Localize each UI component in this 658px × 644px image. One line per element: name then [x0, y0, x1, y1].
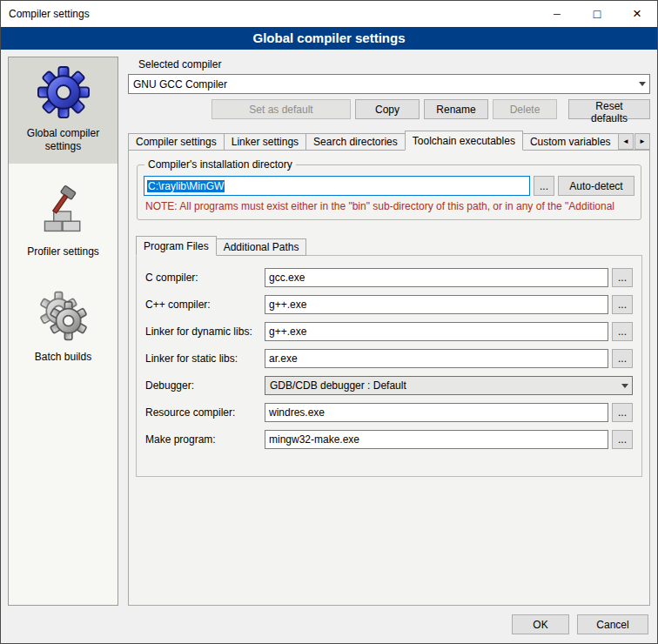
field-label: C compiler:	[145, 272, 265, 284]
profiler-icon	[37, 184, 90, 237]
cancel-button[interactable]: Cancel	[577, 614, 648, 634]
selected-compiler-label: Selected compiler	[138, 58, 650, 70]
toolchain-executables-page: Compiler's installation directory C:\ray…	[128, 150, 650, 606]
cpp-compiler-browse-button[interactable]: ...	[612, 295, 633, 314]
main-panel: Selected compiler GNU GCC Compiler Set a…	[128, 57, 650, 606]
field-row-static-linker: Linker for static libs: ...	[145, 349, 633, 368]
static-linker-input[interactable]	[265, 349, 608, 368]
install-dir-value: C:\raylib\MinGW	[147, 180, 225, 192]
installation-directory-row: C:\raylib\MinGW ... Auto-detect	[144, 176, 634, 196]
rename-button[interactable]: Rename	[424, 99, 488, 119]
delete-button[interactable]: Delete	[493, 99, 557, 119]
program-files-page: C compiler: ... C++ compiler: ... Linker…	[136, 255, 642, 477]
dynamic-linker-browse-button[interactable]: ...	[612, 322, 633, 341]
batch-builds-icon	[37, 290, 90, 342]
selected-compiler-select[interactable]: GNU GCC Compiler	[128, 74, 650, 94]
make-program-browse-button[interactable]: ...	[612, 430, 633, 449]
field-row-resource-compiler: Resource compiler: ...	[145, 403, 633, 422]
field-label: Make program:	[145, 433, 265, 446]
install-dir-input[interactable]: C:\raylib\MinGW	[144, 176, 530, 196]
compiler-settings-dialog: Compiler settings ─ □ × Global compiler …	[0, 0, 658, 644]
field-label: Debugger:	[145, 379, 265, 392]
installation-directory-title: Compiler's installation directory	[144, 158, 296, 171]
dialog-banner-title: Global compiler settings	[1, 27, 657, 50]
titlebar[interactable]: Compiler settings ─ □ ×	[1, 1, 657, 27]
settings-tabbar: Compiler settings Linker settings Search…	[128, 131, 650, 151]
resource-compiler-browse-button[interactable]: ...	[612, 403, 633, 422]
cpp-compiler-input[interactable]	[265, 295, 608, 314]
chevron-down-icon	[617, 377, 632, 394]
field-row-debugger: Debugger: GDB/CDB debugger : Default	[145, 376, 633, 395]
field-label: Linker for dynamic libs:	[145, 325, 265, 338]
ok-button[interactable]: OK	[512, 614, 569, 634]
tab-custom-variables[interactable]: Custom variables	[522, 133, 619, 151]
program-files-tab-control: Program Files Additional Paths C compile…	[136, 236, 642, 477]
sidebar-item-label: Profiler settings	[27, 245, 99, 258]
sidebar-item-label: Global compiler settings	[12, 127, 114, 153]
inner-tabbar: Program Files Additional Paths	[136, 236, 642, 256]
reset-defaults-button[interactable]: Reset defaults	[568, 99, 650, 119]
dynamic-linker-input[interactable]	[265, 322, 608, 341]
sidebar-item-label: Batch builds	[35, 351, 91, 364]
sidebar-item-batch-builds[interactable]: Batch builds	[9, 281, 118, 374]
debugger-select[interactable]: GDB/CDB debugger : Default	[265, 376, 633, 395]
tab-scroll-arrows: ◄ ►	[618, 133, 650, 150]
field-row-cpp-compiler: C++ compiler: ...	[145, 295, 633, 314]
minimize-button[interactable]: ─	[537, 1, 577, 27]
installation-directory-groupbox: Compiler's installation directory C:\ray…	[137, 164, 641, 220]
chevron-down-icon	[634, 75, 649, 93]
debugger-value: GDB/CDB debugger : Default	[270, 379, 617, 392]
tab-linker-settings[interactable]: Linker settings	[224, 133, 306, 151]
tab-scroll-left-icon[interactable]: ◄	[618, 133, 634, 150]
c-compiler-input[interactable]	[265, 268, 608, 287]
sidebar-item-global-compiler-settings[interactable]: Global compiler settings	[9, 57, 118, 164]
window-title: Compiler settings	[1, 8, 90, 20]
field-row-make-program: Make program: ...	[145, 430, 633, 449]
field-row-c-compiler: C compiler: ...	[145, 268, 633, 287]
field-row-dynamic-linker: Linker for dynamic libs: ...	[145, 322, 633, 341]
sidebar-item-profiler-settings[interactable]: Profiler settings	[9, 176, 118, 269]
settings-sidebar: Global compiler settings	[8, 57, 118, 606]
copy-button[interactable]: Copy	[355, 99, 420, 119]
compiler-buttons-row: Set as default Copy Rename Delete Reset …	[128, 99, 650, 119]
maximize-button[interactable]: □	[577, 1, 617, 27]
field-label: C++ compiler:	[145, 299, 265, 311]
resource-compiler-input[interactable]	[265, 403, 608, 422]
window-controls: ─ □ ×	[537, 1, 657, 27]
tab-scroll-right-icon[interactable]: ►	[634, 133, 650, 150]
static-linker-browse-button[interactable]: ...	[612, 349, 633, 368]
note-text: NOTE: All programs must exist either in …	[145, 200, 633, 212]
tab-search-directories[interactable]: Search directories	[306, 133, 406, 151]
c-compiler-browse-button[interactable]: ...	[612, 268, 633, 287]
make-program-input[interactable]	[265, 430, 608, 449]
blue-gear-icon	[37, 66, 90, 118]
autodetect-button[interactable]: Auto-detect	[558, 176, 634, 196]
tab-additional-paths[interactable]: Additional Paths	[216, 238, 307, 256]
set-as-default-button[interactable]: Set as default	[212, 99, 351, 119]
close-button[interactable]: ×	[617, 1, 657, 27]
tab-program-files[interactable]: Program Files	[136, 236, 217, 256]
install-dir-browse-button[interactable]: ...	[534, 176, 554, 196]
dialog-content: Global compiler settings	[1, 50, 657, 609]
tab-toolchain-executables[interactable]: Toolchain executables	[405, 131, 523, 151]
dialog-footer: OK Cancel	[1, 609, 657, 643]
selected-compiler-value: GNU GCC Compiler	[133, 78, 634, 91]
field-label: Resource compiler:	[145, 406, 265, 419]
tab-compiler-settings[interactable]: Compiler settings	[128, 133, 225, 151]
field-label: Linker for static libs:	[145, 352, 265, 365]
